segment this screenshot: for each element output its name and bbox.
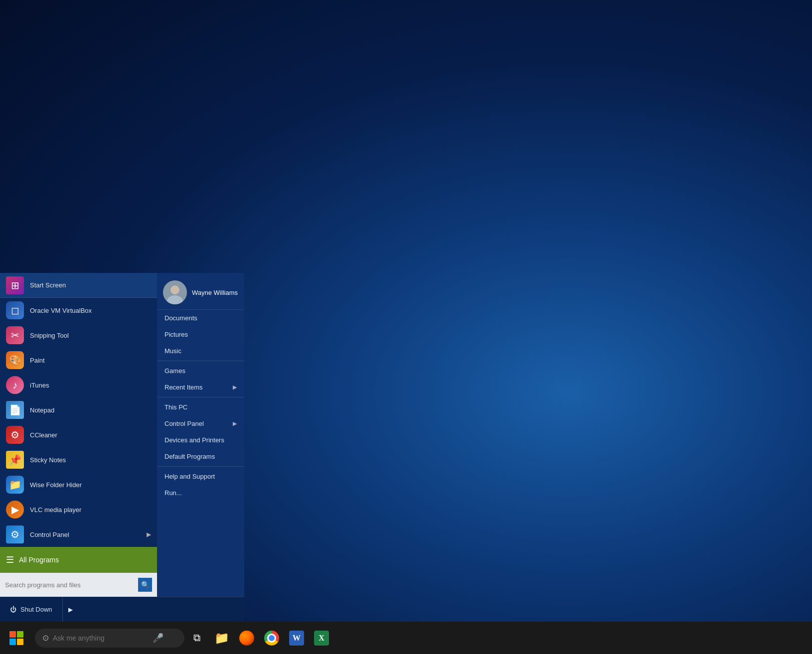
control-panel-arrow: ▶: [147, 531, 151, 538]
sticky-notes-label: Sticky Notes: [30, 456, 66, 464]
taskbar-excel[interactable]: X: [309, 622, 334, 654]
default-programs-label: Default Programs: [164, 453, 215, 460]
shutdown-label: Shut Down: [20, 606, 52, 613]
shutdown-arrow-button[interactable]: ▶: [62, 597, 78, 622]
all-programs-label: All Programs: [19, 556, 59, 564]
snipping-tool-icon: ✂: [6, 326, 24, 344]
right-item-control-panel[interactable]: Control Panel ▶: [157, 415, 244, 432]
virtualbox-icon: ◻: [6, 301, 24, 319]
start-item-snipping-tool[interactable]: ✂ Snipping Tool: [0, 323, 157, 348]
vlc-icon: ▶: [6, 501, 24, 519]
all-programs-icon: ☰: [6, 554, 14, 565]
start-menu: ⊞ Start Screen ◻ Oracle VM VirtualBox ✂ …: [0, 273, 244, 622]
taskbar-search-box[interactable]: ⊙ 🎤: [35, 629, 184, 648]
right-item-pictures[interactable]: Pictures: [157, 326, 244, 343]
taskbar-search-input[interactable]: [53, 634, 153, 642]
itunes-icon: ♪: [6, 376, 24, 394]
taskbar: ⊙ 🎤 ⧉ 📁 W X: [0, 622, 812, 654]
right-item-default-programs[interactable]: Default Programs: [157, 448, 244, 465]
taskbar-search-icon: ⊙: [42, 633, 49, 643]
taskbar-file-explorer[interactable]: 📁: [209, 622, 234, 654]
user-name: Wayne Williams: [192, 289, 238, 296]
right-item-recent-items[interactable]: Recent Items ▶: [157, 379, 244, 395]
recent-items-label: Recent Items: [164, 384, 203, 391]
start-item-control-panel[interactable]: ⚙ Control Panel ▶: [0, 522, 157, 547]
taskbar-firefox[interactable]: [234, 622, 259, 654]
start-menu-main: ⊞ Start Screen ◻ Oracle VM VirtualBox ✂ …: [0, 273, 244, 597]
start-menu-right-panel: Wayne Williams Documents Pictures Music …: [157, 273, 244, 597]
search-input[interactable]: [5, 581, 138, 589]
file-explorer-icon: 📁: [214, 631, 229, 646]
right-item-help-support[interactable]: Help and Support: [157, 468, 244, 485]
start-item-ccleaner[interactable]: ⚙ CCleaner: [0, 422, 157, 447]
task-view-button[interactable]: ⧉: [184, 622, 209, 654]
start-item-notepad[interactable]: 📄 Notepad: [0, 397, 157, 422]
start-item-sticky-notes[interactable]: 📌 Sticky Notes: [0, 447, 157, 472]
recent-items-arrow: ▶: [233, 384, 237, 391]
chrome-icon: [264, 631, 279, 646]
snipping-tool-label: Snipping Tool: [30, 332, 69, 339]
svg-point-1: [170, 285, 179, 294]
shutdown-icon: ⏻: [10, 606, 16, 613]
right-item-devices-printers[interactable]: Devices and Printers: [157, 432, 244, 448]
ccleaner-icon: ⚙: [6, 426, 24, 444]
ccleaner-label: CCleaner: [30, 431, 57, 439]
start-button[interactable]: [0, 622, 32, 654]
start-item-vlc[interactable]: ▶ VLC media player: [0, 497, 157, 522]
right-divider-2: [157, 397, 244, 397]
search-button[interactable]: 🔍: [138, 578, 152, 592]
notepad-icon: 📄: [6, 401, 24, 419]
wise-folder-hider-icon: 📁: [6, 476, 24, 494]
control-panel-icon: ⚙: [6, 525, 24, 543]
right-item-games[interactable]: Games: [157, 363, 244, 379]
right-item-this-pc[interactable]: This PC: [157, 399, 244, 415]
control-panel-right-label: Control Panel: [164, 420, 204, 427]
right-item-run[interactable]: Run...: [157, 485, 244, 501]
start-screen-label: Start Screen: [30, 281, 66, 289]
right-divider-1: [157, 361, 244, 361]
sticky-notes-icon: 📌: [6, 451, 24, 469]
notepad-label: Notepad: [30, 406, 54, 414]
word-icon: W: [289, 631, 304, 646]
run-label: Run...: [164, 489, 182, 497]
start-item-paint[interactable]: 🎨 Paint: [0, 348, 157, 373]
start-item-itunes[interactable]: ♪ iTunes: [0, 373, 157, 397]
this-pc-label: This PC: [164, 403, 187, 411]
pictures-label: Pictures: [164, 331, 188, 338]
taskbar-chrome[interactable]: [259, 622, 284, 654]
microphone-icon[interactable]: 🎤: [153, 633, 163, 644]
desktop: ⊞ Start Screen ◻ Oracle VM VirtualBox ✂ …: [0, 0, 812, 654]
right-divider-3: [157, 466, 244, 467]
games-label: Games: [164, 367, 185, 375]
task-view-icon: ⧉: [193, 632, 200, 644]
start-bottom-bar: ⏻ Shut Down ▶: [0, 597, 244, 622]
itunes-label: iTunes: [30, 382, 49, 389]
start-item-virtualbox[interactable]: ◻ Oracle VM VirtualBox: [0, 298, 157, 323]
start-item-wise-folder-hider[interactable]: 📁 Wise Folder Hider: [0, 472, 157, 497]
search-bar: 🔍: [0, 573, 157, 597]
wise-folder-hider-label: Wise Folder Hider: [30, 481, 82, 489]
paint-label: Paint: [30, 357, 45, 364]
excel-icon: X: [314, 631, 329, 646]
control-panel-right-arrow: ▶: [233, 420, 237, 427]
avatar: [163, 280, 187, 304]
documents-label: Documents: [164, 314, 197, 322]
windows-logo-icon: [9, 631, 23, 645]
shutdown-button[interactable]: ⏻ Shut Down: [0, 597, 62, 622]
right-item-music[interactable]: Music: [157, 343, 244, 359]
music-label: Music: [164, 347, 181, 355]
start-menu-left-panel: ⊞ Start Screen ◻ Oracle VM VirtualBox ✂ …: [0, 273, 157, 597]
virtualbox-label: Oracle VM VirtualBox: [30, 307, 92, 314]
control-panel-label: Control Panel: [30, 531, 69, 538]
devices-printers-label: Devices and Printers: [164, 436, 224, 444]
help-support-label: Help and Support: [164, 473, 215, 480]
user-section[interactable]: Wayne Williams: [157, 273, 244, 310]
all-programs-button[interactable]: ☰ All Programs: [0, 547, 157, 573]
start-item-start-screen[interactable]: ⊞ Start Screen: [0, 273, 157, 298]
taskbar-word[interactable]: W: [284, 622, 309, 654]
firefox-icon: [239, 631, 254, 646]
start-screen-icon: ⊞: [6, 276, 24, 294]
paint-icon: 🎨: [6, 351, 24, 369]
right-item-documents[interactable]: Documents: [157, 310, 244, 326]
vlc-label: VLC media player: [30, 506, 81, 514]
